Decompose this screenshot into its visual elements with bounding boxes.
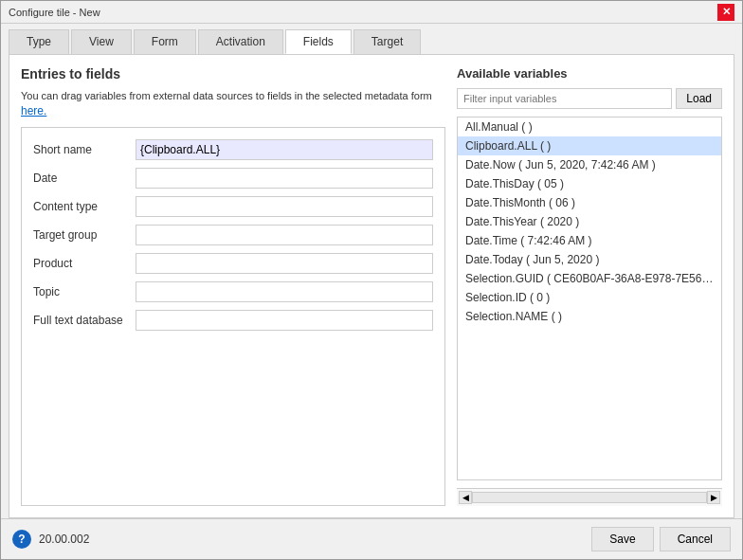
field-input-topic[interactable] <box>136 281 433 302</box>
field-input-product[interactable] <box>136 253 433 274</box>
field-label-product: Product <box>33 257 128 270</box>
field-row: Short name <box>33 139 433 160</box>
variable-item[interactable]: Date.ThisYear ( 2020 ) <box>458 212 721 231</box>
field-row: Full text database <box>33 310 433 331</box>
variables-list: All.Manual ( )Clipboard.ALL ( )Date.Now … <box>457 117 722 480</box>
field-row: Date <box>33 168 433 189</box>
right-panel: Available variables Load All.Manual ( )C… <box>457 66 722 506</box>
content-area: Entries to fields You can drag variables… <box>9 54 734 518</box>
variable-item[interactable]: Selection.NAME ( ) <box>458 307 721 326</box>
variable-item[interactable]: Date.ThisDay ( 05 ) <box>458 174 721 193</box>
tab-fields[interactable]: Fields <box>285 29 352 54</box>
tab-bar: TypeViewFormActivationFieldsTarget <box>1 24 742 54</box>
field-input-short-name[interactable] <box>136 139 433 160</box>
variable-item[interactable]: Date.Today ( Jun 5, 2020 ) <box>458 250 721 269</box>
footer-right: Save Cancel <box>591 527 731 551</box>
title-bar-text: Configure tile - New <box>9 7 100 18</box>
load-button[interactable]: Load <box>676 88 722 109</box>
footer: ? 20.00.002 Save Cancel <box>1 518 742 559</box>
left-panel: Entries to fields You can drag variables… <box>21 66 445 506</box>
field-label-short-name: Short name <box>33 143 128 156</box>
content-inner: Entries to fields You can drag variables… <box>21 66 722 506</box>
tab-view[interactable]: View <box>71 29 132 54</box>
configure-tile-dialog: Configure tile - New ✕ TypeViewFormActiv… <box>0 0 743 560</box>
version-text: 20.00.002 <box>39 533 89 546</box>
variable-item[interactable]: Date.ThisMonth ( 06 ) <box>458 193 721 212</box>
field-input-content-type[interactable] <box>136 196 433 217</box>
cancel-button[interactable]: Cancel <box>660 527 731 551</box>
footer-left: ? 20.00.002 <box>12 530 89 549</box>
title-bar: Configure tile - New ✕ <box>1 1 742 24</box>
field-label-target-group: Target group <box>33 228 128 242</box>
field-row: Content type <box>33 196 433 217</box>
section-title: Entries to fields <box>21 66 445 81</box>
tab-form[interactable]: Form <box>134 29 196 54</box>
fields-container: Short nameDateContent typeTarget groupPr… <box>21 127 445 506</box>
variable-item[interactable]: Date.Now ( Jun 5, 2020, 7:42:46 AM ) <box>458 155 721 174</box>
close-button[interactable]: ✕ <box>717 4 734 21</box>
field-input-date[interactable] <box>136 168 433 189</box>
tab-activation[interactable]: Activation <box>198 29 283 54</box>
tab-target[interactable]: Target <box>353 29 421 54</box>
filter-input[interactable] <box>457 88 672 109</box>
field-label-date: Date <box>33 172 128 185</box>
field-row: Target group <box>33 225 433 245</box>
horizontal-scrollbar[interactable] <box>472 492 707 503</box>
tab-type[interactable]: Type <box>9 29 69 54</box>
variable-item[interactable]: Date.Time ( 7:42:46 AM ) <box>458 231 721 250</box>
field-input-target-group[interactable] <box>136 225 433 245</box>
field-input-full-text-database[interactable] <box>136 310 433 331</box>
save-button[interactable]: Save <box>591 527 653 551</box>
field-label-topic: Topic <box>33 285 128 298</box>
description-text: You can drag variables from external dat… <box>21 89 445 119</box>
help-button[interactable]: ? <box>12 530 31 549</box>
scroll-left-arrow[interactable]: ◀ <box>459 491 472 504</box>
filter-row: Load <box>457 88 722 109</box>
variable-item[interactable]: Clipboard.ALL ( ) <box>458 136 721 155</box>
field-row: Topic <box>33 281 433 302</box>
scroll-right-arrow[interactable]: ▶ <box>707 491 720 504</box>
variable-item[interactable]: Selection.GUID ( CE60B0AF-36A8-E978-7E56… <box>458 269 721 288</box>
available-variables-title: Available variables <box>457 66 722 81</box>
field-label-full-text-database: Full text database <box>33 314 128 327</box>
scrollbar-area: ◀ ▶ <box>457 488 722 506</box>
variable-item[interactable]: Selection.ID ( 0 ) <box>458 288 721 307</box>
field-label-content-type: Content type <box>33 200 128 213</box>
here-link[interactable]: here. <box>21 104 46 117</box>
variable-item[interactable]: All.Manual ( ) <box>458 117 721 136</box>
field-row: Product <box>33 253 433 274</box>
